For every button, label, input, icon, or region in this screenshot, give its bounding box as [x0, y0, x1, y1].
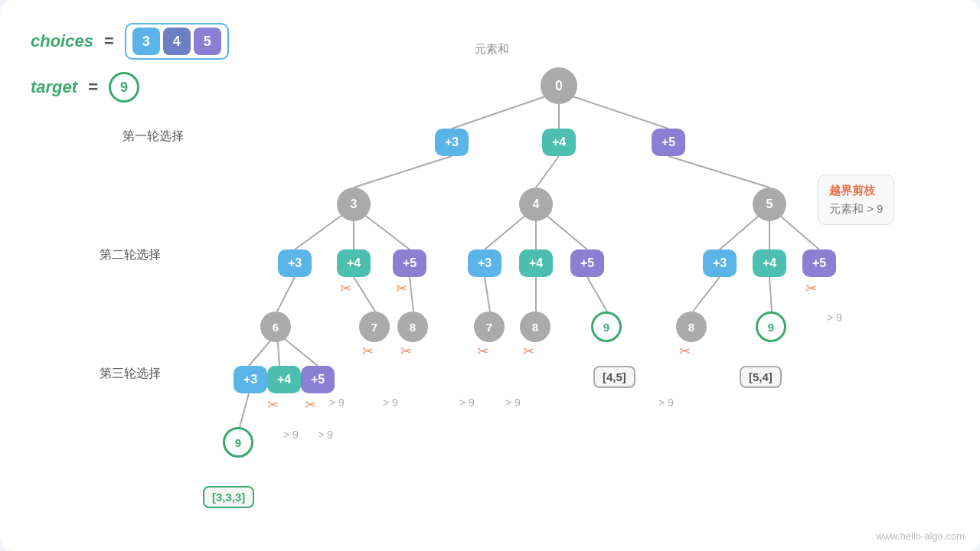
btn-l2-4-4: +4	[519, 249, 553, 277]
choice-3: 3	[132, 28, 160, 55]
round3-label: 第三轮选择	[100, 366, 161, 382]
gt9-l3-5-2: > 9	[318, 429, 333, 441]
node-5: 5	[753, 187, 786, 221]
node-7b: 7	[474, 311, 505, 342]
node-6: 6	[260, 311, 291, 342]
gt9-7b: > 9	[459, 396, 475, 409]
scissors-8b: ✂	[523, 343, 534, 360]
svg-line-26	[240, 393, 249, 427]
result-333: [3,3,3]	[203, 486, 254, 508]
gt9-l3-5: > 9	[329, 396, 345, 409]
btn-l3-6-4: +4	[267, 366, 301, 393]
node-4: 4	[519, 187, 553, 221]
svg-line-17	[410, 277, 413, 311]
gt9-8a: > 9	[383, 396, 398, 409]
node-7a: 7	[359, 311, 390, 342]
sum-label: 元素和	[475, 42, 509, 57]
node-9b: 9	[756, 311, 786, 342]
gt9-l3-4-2: > 9	[283, 429, 299, 441]
scissors-8a: ✂	[400, 343, 412, 360]
btn-l3-6-3: +3	[234, 366, 267, 393]
scissors-5-5: ✂	[805, 280, 817, 297]
round2-label: 第二轮选择	[100, 247, 161, 263]
eq-target: =	[88, 77, 98, 97]
node-8b: 8	[520, 311, 550, 342]
btn-l3-6-5: +5	[301, 366, 335, 393]
svg-line-3	[354, 156, 452, 187]
prune-subtitle: 元素和 > 9	[829, 200, 883, 218]
btn-l1-3: +3	[435, 129, 469, 156]
label-area: choices = 3 4 5 target = 9	[31, 23, 229, 103]
svg-line-2	[559, 92, 668, 129]
btn-l2-4-5: +5	[570, 249, 604, 277]
main-canvas: choices = 3 4 5 target = 9 第一轮选择 第二轮选择 第…	[0, 0, 980, 551]
node-8a: 8	[397, 311, 428, 342]
gt9-5-5: > 9	[827, 311, 842, 324]
root-node: 0	[541, 67, 577, 104]
btn-l2-3-5: +5	[393, 249, 426, 277]
btn-l2-3-3: +3	[278, 249, 312, 277]
svg-line-5	[668, 156, 769, 187]
result-54: [5,4]	[740, 366, 782, 388]
node-9c: 9	[223, 427, 253, 458]
scissors-7a: ✂	[362, 343, 374, 360]
choices-label: choices	[31, 31, 93, 51]
svg-line-22	[769, 277, 772, 311]
node-9a: 9	[591, 311, 622, 342]
prune-title: 越界剪枝	[829, 181, 883, 200]
eq-choices: =	[104, 31, 114, 51]
btn-l2-5-4: +4	[753, 249, 786, 277]
svg-line-16	[354, 277, 375, 311]
btn-l2-4-3: +3	[468, 249, 501, 277]
scissors-7b: ✂	[477, 343, 488, 360]
prune-box: 越界剪枝 元素和 > 9	[818, 174, 894, 225]
scissors-8c: ✂	[679, 343, 691, 360]
choice-5: 5	[194, 28, 221, 55]
choices-box: 3 4 5	[125, 23, 229, 60]
btn-l2-5-3: +3	[703, 249, 737, 277]
btn-l2-3-4: +4	[337, 249, 371, 277]
choices-row: choices = 3 4 5	[31, 23, 229, 60]
scissors-l2-4: ✂	[340, 280, 351, 297]
scissors-l3-5: ✂	[305, 396, 316, 413]
choice-4: 4	[163, 28, 191, 55]
round1-label: 第一轮选择	[122, 129, 184, 145]
svg-line-15	[277, 277, 295, 311]
svg-line-21	[693, 277, 720, 311]
watermark: www.hello-algo.com	[876, 530, 965, 542]
scissors-l2-5: ✂	[396, 280, 407, 297]
target-circle: 9	[109, 72, 139, 103]
svg-line-4	[536, 156, 559, 187]
result-45: [4,5]	[593, 366, 635, 388]
svg-line-0	[452, 92, 559, 129]
btn-l1-4: +4	[542, 129, 576, 156]
node-3: 3	[337, 187, 371, 221]
scissors-l3-4: ✂	[267, 396, 279, 413]
gt9-8c: > 9	[658, 396, 674, 409]
btn-l1-5: +5	[652, 129, 685, 156]
node-8c: 8	[676, 311, 707, 342]
target-row: target = 9	[31, 72, 229, 103]
svg-line-20	[587, 277, 607, 311]
svg-line-18	[485, 277, 490, 311]
gt9-8b: > 9	[505, 396, 521, 409]
btn-l2-5-5: +5	[802, 249, 836, 277]
target-label: target	[31, 77, 77, 97]
